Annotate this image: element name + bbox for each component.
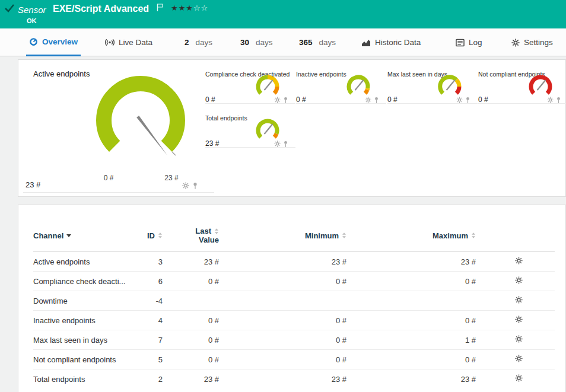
- channel-row-max-last-seen[interactable]: Max last seen in days 7 0 # 0 # 1 #: [33, 330, 555, 350]
- big-gauge-scale-max: 23 #: [160, 174, 183, 182]
- column-label: Last: [195, 227, 211, 235]
- column-label: ID: [147, 231, 155, 240]
- gauge-settings-gear-icon[interactable]: [274, 141, 281, 147]
- column-header-maximum[interactable]: Maximum: [354, 222, 483, 252]
- sort-arrows-icon: [214, 228, 219, 235]
- channel-id: 6: [140, 272, 170, 291]
- gauge-needle: [265, 124, 273, 134]
- channel-last-value: 0 #: [170, 311, 226, 330]
- channel-last-value: [170, 291, 226, 311]
- column-header-id[interactable]: ID: [140, 222, 170, 252]
- gear-icon: [515, 374, 523, 382]
- channel-minimum: 23 #: [226, 252, 354, 272]
- channel-row-inactive-endpoints[interactable]: Inactive endpoints 4 0 # 0 # 0 #: [33, 311, 555, 330]
- channel-name[interactable]: Max last seen in days: [33, 330, 140, 350]
- column-label: Channel: [33, 231, 63, 240]
- tab-overview[interactable]: Overview: [26, 28, 81, 56]
- divider: [23, 192, 214, 193]
- live-data-broadcast-icon: [105, 38, 115, 47]
- channel-name[interactable]: Compliance check deacti...: [33, 272, 140, 291]
- tab-number: 30: [240, 38, 249, 47]
- channel-settings-button[interactable]: [514, 275, 524, 287]
- channel-id: 2: [140, 369, 170, 389]
- channel-settings-button[interactable]: [514, 256, 524, 267]
- gear-icon: [515, 296, 523, 304]
- tab-unit: days: [256, 38, 273, 47]
- tab-settings[interactable]: Settings: [508, 28, 556, 56]
- channel-settings-button[interactable]: [514, 314, 524, 326]
- channel-settings-button[interactable]: [514, 373, 524, 385]
- channel-settings-button[interactable]: [514, 353, 524, 365]
- gauge-panel-total-endpoints: Total endpoints 23 #: [205, 112, 295, 148]
- sensor-rating[interactable]: ★★★☆☆: [171, 4, 208, 12]
- channel-minimum: 0 #: [226, 330, 354, 350]
- big-gauge-title: Active endpoints: [33, 69, 90, 78]
- overview-gauge-icon: [29, 37, 38, 46]
- column-header-last-value[interactable]: Last Value: [170, 222, 226, 252]
- gauge-pin-icon[interactable]: [283, 97, 288, 104]
- tab-live-data[interactable]: Live Data: [102, 28, 155, 56]
- rating-stars-empty: ☆☆: [193, 4, 208, 12]
- tab-log[interactable]: Log: [453, 28, 485, 56]
- tab-label: Live Data: [119, 38, 152, 47]
- gauge-pin-icon[interactable]: [192, 182, 198, 190]
- tab-30-days[interactable]: 30 days: [237, 28, 276, 56]
- sensor-status-text: OK: [27, 17, 37, 24]
- channel-name[interactable]: Inactive endpoints: [33, 311, 140, 330]
- channel-name[interactable]: Not compliant endpoints: [33, 350, 140, 369]
- sensor-tabbar: Overview Live Data 2 days 30 days 365 da…: [0, 28, 566, 56]
- channel-settings-button[interactable]: [514, 295, 524, 307]
- gauge-panel-inactive-endpoints: Inactive endpoints 0 #: [296, 68, 386, 104]
- gauge-settings-gear-icon[interactable]: [365, 97, 371, 103]
- channel-last-value: 0 #: [170, 350, 226, 369]
- channel-name[interactable]: Downtime: [33, 291, 140, 311]
- tab-2-days[interactable]: 2 days: [182, 28, 215, 56]
- gauge-settings-gear-icon[interactable]: [456, 97, 463, 103]
- priority-flag-icon[interactable]: [156, 3, 164, 12]
- gauge-pin-icon[interactable]: [465, 97, 470, 104]
- gauge-value: 0 #: [296, 95, 306, 104]
- channel-row-compliance-check[interactable]: Compliance check deacti... 6 0 # 0 # 0 #: [33, 272, 555, 291]
- gear-icon: [515, 257, 523, 264]
- channel-name[interactable]: Active endpoints: [33, 252, 140, 272]
- gauge-pin-icon[interactable]: [283, 141, 288, 148]
- channel-id: 4: [140, 311, 170, 330]
- tab-unit: days: [196, 38, 213, 47]
- column-header-minimum[interactable]: Minimum: [226, 222, 354, 252]
- prtg-sensor-page: Sensor EXE/Script Advanced ★★★☆☆ OK Over…: [0, 0, 566, 392]
- column-header-channel[interactable]: Channel: [33, 222, 140, 252]
- channel-row-not-compliant[interactable]: Not compliant endpoints 5 0 # 0 # 0 #: [33, 350, 555, 369]
- tab-historic-data[interactable]: Historic Data: [358, 28, 424, 56]
- big-gauge-needle: [136, 116, 167, 155]
- gauge-settings-gear-icon[interactable]: [547, 97, 554, 103]
- sort-caret-down-icon: [66, 234, 71, 237]
- sensor-kind-label: Sensor: [18, 5, 46, 15]
- tab-number: 365: [299, 38, 313, 47]
- channel-row-total-endpoints[interactable]: Total endpoints 2 23 # 23 # 23 #: [33, 369, 555, 389]
- channel-name[interactable]: Total endpoints: [33, 369, 140, 389]
- gauge-panel-max-last-seen: Max last seen in days 0 #: [387, 68, 478, 104]
- gauge-value: 0 #: [387, 95, 398, 104]
- gauge-settings-gear-icon[interactable]: [182, 182, 189, 189]
- gauge-pin-icon[interactable]: [556, 97, 561, 104]
- column-label: Minimum: [305, 231, 339, 240]
- channels-table: Channel ID Last: [33, 222, 555, 389]
- gauge-settings-gear-icon[interactable]: [274, 97, 281, 103]
- gauge-value: 23 #: [205, 139, 219, 148]
- channel-settings-button[interactable]: [514, 334, 524, 346]
- gauge-pin-icon[interactable]: [374, 97, 379, 104]
- gauge-value: 0 #: [478, 95, 488, 104]
- channel-maximum: 0 #: [354, 311, 483, 330]
- channel-minimum: 0 #: [226, 350, 354, 369]
- channel-row-active-endpoints[interactable]: Active endpoints 3 23 # 23 # 23 #: [33, 252, 555, 272]
- channel-maximum: 0 #: [354, 350, 483, 369]
- channel-maximum: 23 #: [354, 369, 483, 389]
- channel-last-value: 23 #: [170, 369, 226, 389]
- historic-data-chart-icon: [361, 39, 371, 47]
- tab-label: Overview: [42, 37, 78, 46]
- sensor-status-header: Sensor EXE/Script Advanced ★★★☆☆ OK: [0, 0, 566, 28]
- channel-last-value: 0 #: [170, 330, 226, 350]
- tab-365-days[interactable]: 365 days: [296, 28, 339, 56]
- channel-row-downtime[interactable]: Downtime -4: [33, 291, 555, 311]
- gauge-title: Inactive endpoints: [296, 71, 346, 78]
